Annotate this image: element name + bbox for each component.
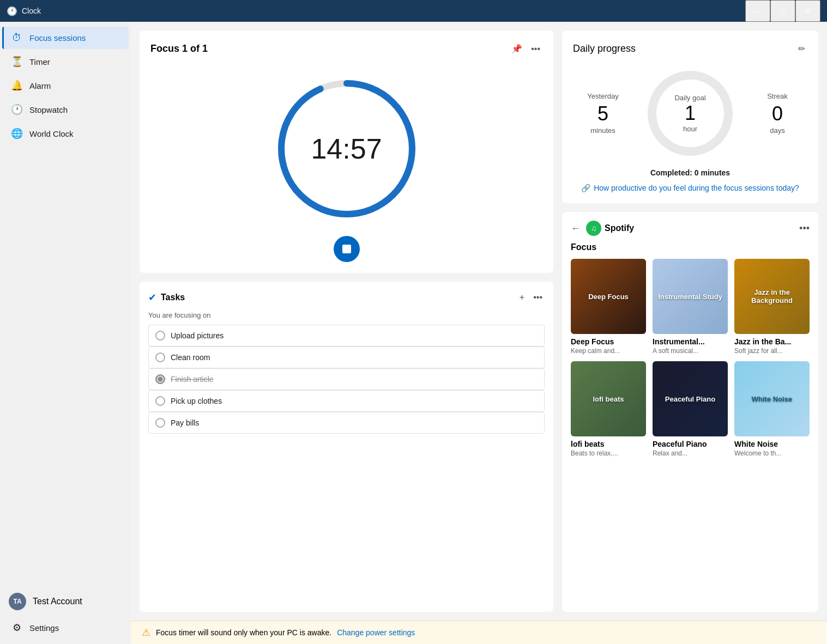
sidebar-label-stopwatch: Stopwatch <box>29 105 68 114</box>
add-task-button[interactable]: + <box>517 290 527 305</box>
sidebar-item-settings[interactable]: ⚙ Settings <box>2 616 129 639</box>
playlist-thumb-3: Jazz in the Background <box>734 259 810 334</box>
progress-title: Daily progress <box>573 43 636 54</box>
spotify-more-button[interactable]: ••• <box>799 223 810 234</box>
playlist-name-2: Instrumental... <box>653 337 728 346</box>
progress-section: Daily progress ✏ Yesterday 5 minutes <box>562 31 818 203</box>
focus-counter: 1 of 1 <box>182 43 208 54</box>
streak-unit: days <box>747 126 807 135</box>
playlist-desc-6: Welcome to th... <box>734 449 810 457</box>
avatar: TA <box>9 593 26 610</box>
focus-sessions-icon: ⏱ <box>11 32 23 44</box>
clock-circle: 14:57 <box>270 72 423 225</box>
playlist-name-1: Deep Focus <box>571 337 646 346</box>
spotify-name: Spotify <box>605 223 634 233</box>
progress-header: Daily progress ✏ <box>573 41 807 56</box>
playlist-desc-1: Keep calm and... <box>571 347 646 355</box>
edit-button[interactable]: ✏ <box>796 41 807 56</box>
world-clock-icon: 🌐 <box>11 127 23 139</box>
sidebar-label-focus-sessions: Focus sessions <box>29 33 86 42</box>
progress-content: Yesterday 5 minutes Daily goal 1 <box>573 67 807 160</box>
task-text-2: Clean room <box>171 353 210 362</box>
tasks-section: ✔ Tasks + ••• You are focusing on Upload… <box>140 282 553 612</box>
window-controls: — □ ✕ <box>745 0 820 22</box>
notification-text: Focus timer will sound only when your PC… <box>156 628 331 637</box>
streak-label: Streak <box>747 92 807 100</box>
content-area: Focus 1 of 1 📌 ••• <box>131 22 827 621</box>
tasks-header: ✔ Tasks + ••• <box>148 290 545 305</box>
sidebar-item-world-clock[interactable]: 🌐 World Clock <box>2 122 129 145</box>
task-text-3: Finish article <box>171 375 214 384</box>
playlist-card-3[interactable]: Jazz in the Background Jazz in the Ba...… <box>734 259 810 355</box>
timer-icon: ⏳ <box>11 56 23 68</box>
productivity-icon: 🔗 <box>581 184 590 192</box>
daily-goal-value: 1 <box>674 102 705 125</box>
sidebar-item-alarm[interactable]: 🔔 Alarm <box>2 74 129 97</box>
playlist-thumb-6: White Noise <box>734 361 810 436</box>
stop-button[interactable] <box>334 236 360 262</box>
donut-chart: Daily goal 1 hour <box>644 67 737 160</box>
task-radio-4[interactable] <box>155 396 165 406</box>
playlist-name-3: Jazz in the Ba... <box>734 337 810 346</box>
change-power-settings-link[interactable]: Change power settings <box>337 628 415 637</box>
playlist-thumb-2: Instrumental Study <box>653 259 728 334</box>
app-title: Clock <box>22 7 741 15</box>
task-radio-3[interactable] <box>155 374 165 384</box>
playlist-thumb-4: lofi beats <box>571 361 646 436</box>
sidebar-item-focus-sessions[interactable]: ⏱ Focus sessions <box>2 27 129 49</box>
thumb-text-4: lofi beats <box>588 391 628 408</box>
streak-stat: Streak 0 days <box>747 92 807 135</box>
spotify-header: ← ♫ Spotify ••• <box>571 221 810 236</box>
pin-button[interactable]: 📌 <box>509 41 524 56</box>
spotify-logo: ♫ Spotify <box>586 221 634 236</box>
sidebar-label-settings: Settings <box>29 623 59 633</box>
spotify-section: ← ♫ Spotify ••• Focus Deep Focus <box>562 212 818 612</box>
stop-icon <box>342 245 351 253</box>
task-item[interactable]: Pick up clothes <box>148 390 545 412</box>
timer-section: Focus 1 of 1 📌 ••• <box>140 31 553 273</box>
minimize-button[interactable]: — <box>745 0 770 22</box>
task-radio-1[interactable] <box>155 331 165 341</box>
progress-completed: Completed: 0 minutes <box>573 168 807 177</box>
spotify-nav: ← ♫ Spotify <box>571 221 634 236</box>
sidebar-label-alarm: Alarm <box>29 81 51 90</box>
account-label: Test Account <box>33 597 82 606</box>
left-panel: Focus 1 of 1 📌 ••• <box>140 31 553 612</box>
task-text-4: Pick up clothes <box>171 397 222 405</box>
playlist-card-1[interactable]: Deep Focus Deep Focus Keep calm and... <box>571 259 646 355</box>
account-item[interactable]: TA Test Account <box>0 587 131 616</box>
completed-label: Completed: <box>650 168 692 177</box>
timer-header: Focus 1 of 1 📌 ••• <box>150 41 542 56</box>
playlist-card-4[interactable]: lofi beats lofi beats Beats to relax,... <box>571 361 646 457</box>
task-item[interactable]: Upload pictures <box>148 325 545 347</box>
playlist-name-4: lofi beats <box>571 440 646 448</box>
task-item-completed[interactable]: Finish article <box>148 368 545 390</box>
yesterday-label: Yesterday <box>573 92 633 100</box>
task-radio-2[interactable] <box>155 353 165 362</box>
yesterday-unit: minutes <box>573 126 633 135</box>
sidebar-item-stopwatch[interactable]: 🕐 Stopwatch <box>2 98 129 121</box>
title-bar: 🕐 Clock — □ ✕ <box>0 0 827 22</box>
notification-icon: ⚠ <box>142 627 150 639</box>
task-item[interactable]: Pay bills <box>148 412 545 434</box>
playlist-card-2[interactable]: Instrumental Study Instrumental... A sof… <box>653 259 728 355</box>
playlist-card-6[interactable]: White Noise White Noise Welcome to th... <box>734 361 810 457</box>
right-panel: Daily progress ✏ Yesterday 5 minutes <box>562 31 818 612</box>
playlist-thumb-1: Deep Focus <box>571 259 646 334</box>
sidebar-item-timer[interactable]: ⏳ Timer <box>2 50 129 73</box>
playlist-card-5[interactable]: Peaceful Piano Peaceful Piano Relax and.… <box>653 361 728 457</box>
tasks-more-button[interactable]: ••• <box>531 290 545 305</box>
maximize-button[interactable]: □ <box>770 0 795 22</box>
timer-actions: 📌 ••• <box>509 41 542 56</box>
productivity-link[interactable]: 🔗 How productive do you feel during the … <box>573 184 807 192</box>
task-radio-5[interactable] <box>155 418 165 428</box>
timer-more-button[interactable]: ••• <box>529 42 542 56</box>
daily-goal-label: Daily goal <box>674 94 705 102</box>
task-item[interactable]: Clean room <box>148 347 545 368</box>
thumb-text-1: Deep Focus <box>584 288 633 305</box>
spotify-back-button[interactable]: ← <box>571 223 581 234</box>
close-button[interactable]: ✕ <box>795 0 820 22</box>
task-text-5: Pay bills <box>171 418 199 427</box>
task-list: Upload pictures Clean room Finish articl… <box>148 325 545 434</box>
playlist-desc-2: A soft musical... <box>653 347 728 355</box>
